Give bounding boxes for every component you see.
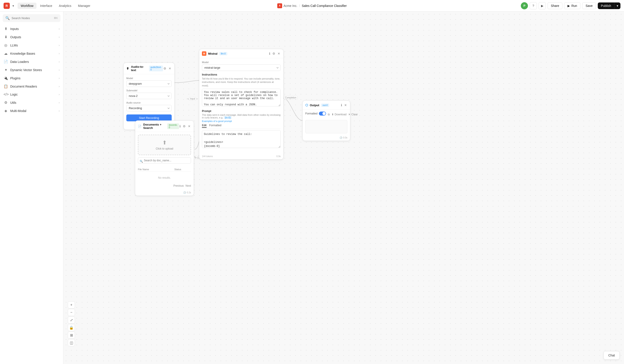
company-info: A Acme Inc. xyxy=(277,3,297,8)
sidebar-label-inputs: Inputs xyxy=(10,27,19,31)
sidebar-item-logic[interactable]: </> Logic › xyxy=(0,91,63,98)
audio-node-badge: audio2text-0 xyxy=(149,66,163,71)
tab-interface[interactable]: Interface xyxy=(37,3,55,9)
sidebar-item-inputs[interactable]: ⬆ Inputs › xyxy=(0,25,63,33)
search-icon: 🔍 xyxy=(5,16,10,20)
inputs-icon: ⬆ xyxy=(3,27,8,31)
multi-modal-icon: ◈ xyxy=(3,109,8,113)
sidebar-item-plugins[interactable]: 🔌 Plugins › xyxy=(0,74,63,82)
sidebar-label-logic: Logic xyxy=(10,93,18,96)
nav-right-actions: P ? ▶ Share ▶ Run Save Publish ▾ xyxy=(521,2,621,9)
search-input[interactable] xyxy=(12,16,52,20)
formatted-label: Formatted xyxy=(305,112,317,115)
sidebar-item-outputs[interactable]: ⬇ Outputs › xyxy=(0,33,63,41)
prompt-tabs: Edit Formatted xyxy=(202,122,281,129)
prev-button[interactable]: Previous xyxy=(173,184,184,187)
sidebar-item-llms[interactable]: ◎ LLMs › xyxy=(0,41,63,49)
user-avatar[interactable]: P xyxy=(521,2,528,9)
audio-source-select[interactable]: Recording xyxy=(126,105,172,111)
docs-info-button[interactable]: ℹ xyxy=(179,124,181,128)
sidebar-label-data-loaders: Data Loaders xyxy=(10,60,29,64)
zoom-in-button[interactable]: + xyxy=(68,301,75,308)
audio-node-title: 🎙 Audio-to-text audio2text-0 xyxy=(126,65,163,72)
lock-button[interactable]: 🔒 xyxy=(68,324,75,331)
col-status: Status xyxy=(165,168,191,171)
publish-arrow-icon[interactable]: ▾ xyxy=(614,2,621,9)
grid-button[interactable]: ⊞ xyxy=(68,332,75,339)
submodel-select[interactable]: nova-2 xyxy=(126,93,172,99)
documents-search-node: 📄 Documents + Search docemb-0 ℹ ⚙ ✕ ⬆ Cl… xyxy=(135,121,194,196)
audio-settings-button[interactable]: ⚙ xyxy=(163,66,167,71)
search-shortcut: ⌘K xyxy=(54,17,58,20)
next-button[interactable]: Next xyxy=(185,184,191,187)
share-button[interactable]: Share xyxy=(547,2,562,9)
sidebar-label-llms: LLMs xyxy=(10,44,18,47)
upload-icon: ⬆ xyxy=(143,140,186,146)
sidebar-item-data-loaders[interactable]: 📄 Data Loaders › xyxy=(0,58,63,66)
chat-button[interactable]: Chat xyxy=(603,351,620,360)
docs-settings-button[interactable]: ⚙ xyxy=(182,124,186,128)
copy-button[interactable]: ⧉ xyxy=(328,113,330,116)
sidebar: 🔍 ⌘K ⬆ Inputs › ⬇ Outputs › ◎ LLMs › xyxy=(0,12,63,364)
canvas-controls: + − ⤢ 🔒 ⊞ ◫ xyxy=(68,301,75,346)
mistral-info-button[interactable]: ℹ xyxy=(269,51,271,56)
audio-close-button[interactable]: ✕ xyxy=(168,66,172,71)
prompt-formatted-tab[interactable]: Formatted xyxy=(209,123,221,128)
logic-icon: </> xyxy=(3,93,8,97)
fullscreen-button[interactable]: ⤢ xyxy=(68,316,75,324)
instructions-textarea[interactable]: You review sales call to check for compl… xyxy=(202,89,281,106)
sidebar-item-knowledge-bases[interactable]: ☁ Knowledge Bases › xyxy=(0,49,63,58)
mistral-settings-button[interactable]: ⚙ xyxy=(272,51,276,56)
zoom-out-button[interactable]: − xyxy=(68,309,75,316)
docs-close-button[interactable]: ✕ xyxy=(187,124,191,128)
chevron-icon: › xyxy=(59,52,60,55)
help-button[interactable]: ? xyxy=(530,2,537,9)
instructions-label: Instructions xyxy=(202,73,281,76)
nav-chevron-icon[interactable]: ▾ xyxy=(12,3,15,8)
model-field: Model deepgram xyxy=(126,77,172,87)
output-icon: ⬡ xyxy=(305,103,308,107)
docs-node-footer: 🕐 0.2s xyxy=(135,190,194,195)
sidebar-item-utils[interactable]: ⚙ Utils › xyxy=(0,98,63,107)
search-doc-input[interactable] xyxy=(138,157,191,164)
prompt-edit-tab[interactable]: Edit xyxy=(202,123,207,128)
prompt-examples-link[interactable]: Examples of a good prompt xyxy=(202,120,281,122)
model-select[interactable]: deepgram xyxy=(126,80,172,87)
mistral-model-select[interactable]: mistral-large xyxy=(202,64,281,71)
nav-tabs: Workflow Interface Analytics Manager xyxy=(18,3,93,9)
data-loaders-icon: 📄 xyxy=(3,60,8,64)
mistral-close-button[interactable]: ✕ xyxy=(277,51,281,56)
upload-area[interactable]: ⬆ Click to upload xyxy=(138,135,191,155)
output-node-badge: out-0 xyxy=(321,103,329,107)
mistral-node-badge: llm-0 xyxy=(219,52,227,55)
workflow-canvas[interactable]: Input Completion To LLM 🎙 Audio-to-text … xyxy=(63,12,624,364)
prompt-textarea[interactable]: Guidelines to review the call: <guidelin… xyxy=(202,130,281,148)
tab-manager[interactable]: Manager xyxy=(75,3,93,9)
run-button[interactable]: ▶ Run xyxy=(564,2,580,9)
minimap-button[interactable]: ◫ xyxy=(68,339,75,346)
search-box[interactable]: 🔍 ⌘K xyxy=(3,14,60,22)
output-info-button[interactable]: ℹ xyxy=(340,103,342,107)
tab-analytics[interactable]: Analytics xyxy=(56,3,75,9)
tab-workflow[interactable]: Workflow xyxy=(18,3,36,9)
chevron-icon: › xyxy=(59,93,60,96)
sidebar-item-dynamic-vector-stores[interactable]: ✦ Dynamic Vector Stores › xyxy=(0,66,63,74)
sidebar-item-document-readers[interactable]: 📋 Document Readers › xyxy=(0,82,63,91)
sidebar-label-dynamic-vector-stores: Dynamic Vector Stores xyxy=(10,68,42,72)
save-button[interactable]: Save xyxy=(582,2,596,9)
publish-button[interactable]: Publish ▾ xyxy=(598,2,621,9)
chevron-icon: › xyxy=(59,36,60,39)
sidebar-label-document-readers: Document Readers xyxy=(10,85,37,88)
toggle-switch[interactable] xyxy=(319,112,326,116)
mistral-node-body: Model mistral-large Instructions Tell th… xyxy=(199,58,283,154)
breadcrumb-separator: / xyxy=(299,4,300,8)
clear-button[interactable]: ✕ Clear xyxy=(348,113,358,116)
download-button[interactable]: ⬇ Download xyxy=(332,113,346,116)
clear-icon: ✕ xyxy=(348,113,350,116)
upload-text: Click to upload xyxy=(143,147,186,150)
mistral-model-field: Model mistral-large xyxy=(202,61,281,71)
sidebar-item-multi-modal[interactable]: ◈ Multi-Modal › xyxy=(0,107,63,115)
output-close-button[interactable]: ✕ xyxy=(344,103,347,107)
play-test-button[interactable]: ▶ xyxy=(539,2,546,9)
outputs-icon: ⬇ xyxy=(3,35,8,39)
